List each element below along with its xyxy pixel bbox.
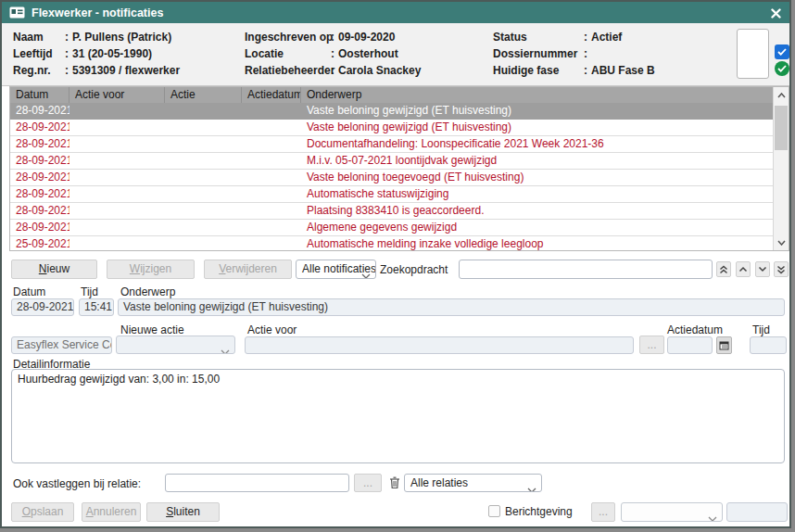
- col-header-actie-voor[interactable]: Actie voor: [69, 87, 165, 103]
- datum-label: Datum: [13, 285, 45, 298]
- actiedatum-field[interactable]: [667, 336, 713, 354]
- table-row[interactable]: 28-09-2021Vaste beloning gewijzigd (ET h…: [10, 120, 773, 136]
- photo-placeholder: [737, 29, 769, 79]
- relatie-label: Ook vastleggen bij relatie:: [13, 477, 141, 490]
- chevron-down-icon[interactable]: [755, 261, 770, 277]
- search-label: Zoekopdracht: [380, 263, 448, 276]
- berichtgeving-select[interactable]: [621, 502, 723, 522]
- info-label: Locatie: [245, 46, 331, 61]
- calendar-icon[interactable]: [716, 336, 732, 354]
- col-header-actie[interactable]: Actie: [165, 87, 242, 103]
- onderwerp-field: Vaste beloning gewijzigd (ET huisvesting…: [118, 298, 785, 316]
- info-value: 5391309 / flexwerker: [72, 64, 180, 77]
- nieuwe-actie-label: Nieuwe actie: [120, 323, 184, 336]
- scroll-up-icon[interactable]: [774, 88, 789, 102]
- notification-filter-select[interactable]: Alle notificaties: [296, 260, 376, 279]
- trash-icon[interactable]: [385, 474, 404, 492]
- table-scrollbar[interactable]: [773, 87, 789, 250]
- info-value: Carola Snackey: [338, 64, 421, 77]
- col-header-datum[interactable]: Datum: [10, 87, 69, 103]
- sluiten-button[interactable]: Sluiten: [146, 502, 220, 522]
- table-header: Datum Actie voor Actie Actiedatum Onderw…: [10, 87, 773, 103]
- table-row[interactable]: 28-09-2021Algemene gegevens gewijzigd: [10, 220, 773, 236]
- tijd-label: Tijd: [81, 285, 98, 298]
- service-center-field: Easyflex Service Cen: [11, 336, 112, 354]
- info-label: Relatiebeheerder: [245, 63, 331, 78]
- info-label: Huidige fase: [493, 63, 584, 78]
- col-header-actiedatum[interactable]: Actiedatum: [242, 87, 301, 103]
- table-row[interactable]: 28-09-2021Plaatsing 8383410 is geaccorde…: [10, 203, 773, 220]
- table-row[interactable]: 28-09-2021Vaste beloning gewijzigd (ET h…: [10, 103, 773, 120]
- table-row[interactable]: 25-09-2021Automatische melding inzake vo…: [10, 236, 773, 251]
- double-chevron-up-icon[interactable]: [716, 261, 731, 277]
- id-card-icon: [9, 6, 25, 19]
- relatie-input[interactable]: [165, 474, 349, 492]
- nieuwe-actie-select[interactable]: [116, 336, 235, 354]
- relatie-filter-select[interactable]: Alle relaties: [404, 474, 542, 492]
- table-row[interactable]: 28-09-2021Vaste beloning toegevoegd (ET …: [10, 170, 773, 186]
- nieuw-button[interactable]: Nieuw: [11, 260, 97, 279]
- double-chevron-down-icon[interactable]: [774, 261, 789, 277]
- chevron-down-icon: [221, 343, 230, 354]
- notifications-table: Datum Actie voor Actie Actiedatum Onderw…: [9, 86, 789, 251]
- chevron-down-icon: [527, 481, 536, 492]
- info-label: Leeftijd: [13, 46, 65, 61]
- info-value: P. Pullens (Patrick): [72, 31, 171, 44]
- opslaan-button[interactable]: Opslaan: [11, 502, 74, 522]
- chevron-up-icon[interactable]: [736, 261, 751, 277]
- col-header-onderwerp[interactable]: Onderwerp: [301, 87, 773, 103]
- table-row[interactable]: 28-09-2021M.i.v. 05-07-2021 loontijdvak …: [10, 153, 773, 170]
- titlebar: Flexwerker - notificaties: [2, 2, 789, 23]
- scrollbar-thumb[interactable]: [775, 106, 788, 150]
- close-icon[interactable]: [769, 6, 782, 19]
- info-value: Oosterhout: [338, 47, 398, 60]
- info-label: Naam: [13, 30, 65, 44]
- berichtgeving-checkbox[interactable]: [488, 505, 500, 517]
- table-row[interactable]: 28-09-2021Automatische statuswijziging: [10, 186, 773, 203]
- tijd2-field[interactable]: [750, 336, 787, 354]
- actie-voor-label: Actie voor: [247, 323, 297, 336]
- flexwerker-notificaties-window: Flexwerker - notificaties Naam:P. Pullen…: [0, 0, 791, 528]
- actie-voor-field[interactable]: [245, 336, 634, 354]
- tijd2-label: Tijd: [752, 323, 770, 336]
- flexwerker-info-header: Naam:P. Pullens (Patrick) Leeftijd:31 (2…: [2, 23, 789, 86]
- info-value: Actief: [591, 31, 622, 44]
- detailinformatie-textarea[interactable]: Huurbedrag gewijzigd van: 3,00 in: 15,00: [11, 369, 785, 463]
- info-label: Reg.nr.: [13, 63, 65, 78]
- actie-voor-browse-button[interactable]: ...: [639, 336, 664, 354]
- chevron-down-icon: [361, 267, 371, 279]
- relatie-browse-button[interactable]: ...: [354, 474, 382, 492]
- window-title: Flexwerker - notificaties: [32, 6, 163, 19]
- info-label: Dossiernummer: [493, 46, 584, 61]
- table-row[interactable]: 28-09-2021Documentafhandeling: Loonspeci…: [10, 136, 773, 153]
- berichtgeving-label: Berichtgeving: [505, 505, 573, 518]
- datum-field: 28-09-2021: [11, 298, 74, 316]
- info-value: ABU Fase B: [591, 64, 655, 77]
- info-label: Ingeschreven op: [245, 30, 331, 44]
- wijzigen-button[interactable]: Wijzigen: [107, 260, 195, 279]
- scroll-down-icon[interactable]: [774, 235, 789, 249]
- status-ok-icon: [775, 61, 789, 76]
- verwijderen-button[interactable]: Verwijderen: [204, 260, 292, 279]
- tijd-field: 15:41: [79, 298, 114, 316]
- berichtgeving-extra-field: [726, 502, 788, 522]
- berichtgeving-browse-button[interactable]: ...: [591, 502, 615, 522]
- onderwerp-label: Onderwerp: [120, 285, 175, 298]
- info-value: 09-09-2020: [338, 31, 395, 44]
- info-value: 31 (20-05-1990): [72, 47, 152, 60]
- blue-checkbox-icon[interactable]: [775, 44, 789, 59]
- annuleren-button[interactable]: Annuleren: [82, 502, 141, 522]
- actiedatum-label: Actiedatum: [667, 323, 723, 336]
- search-input[interactable]: [459, 260, 713, 279]
- info-label: Status: [493, 30, 584, 44]
- chevron-down-icon: [708, 510, 717, 522]
